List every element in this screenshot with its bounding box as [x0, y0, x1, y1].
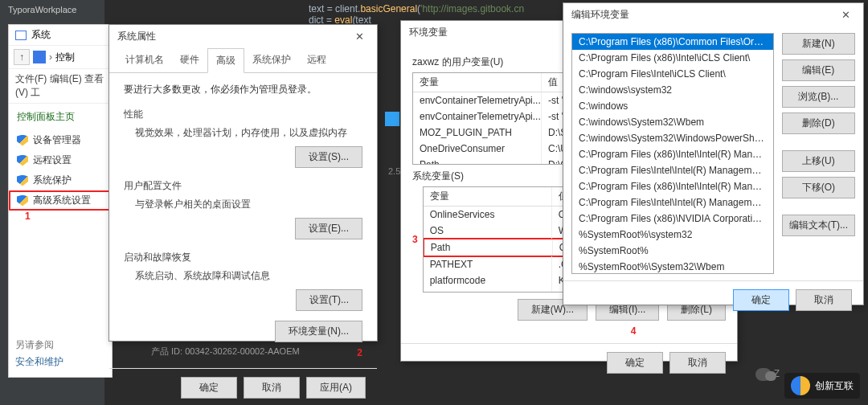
list-item[interactable]: C:\windows\System32\Wbem: [572, 114, 773, 130]
profile-settings-button[interactable]: 设置(E)...: [295, 218, 362, 239]
breadcrumb[interactable]: ↑ › 控制: [9, 46, 112, 69]
ok-button[interactable]: 确定: [607, 352, 663, 374]
delete-button[interactable]: 删除(D): [782, 112, 855, 134]
perf-settings-button[interactable]: 设置(S)...: [295, 146, 362, 168]
shield-icon: [17, 175, 28, 186]
cancel-button[interactable]: 取消: [796, 289, 852, 311]
startup-settings-button[interactable]: 设置(T)...: [296, 289, 362, 311]
system-properties-dialog: 系统属性✕ 计算机名 硬件 高级 系统保护 远程 要进行大多数更改，你必须作为管…: [108, 24, 378, 342]
explorer-menu[interactable]: 文件(F) 编辑(E) 查看(V) 工: [9, 69, 112, 104]
list-item[interactable]: C:\Program Files (x86)\NVIDIA Corporatio…: [572, 211, 773, 227]
shield-icon: [17, 155, 28, 166]
crumb-label[interactable]: 控制: [55, 51, 75, 64]
browse-button[interactable]: 浏览(B)...: [782, 86, 855, 108]
list-item[interactable]: C:\windows: [572, 98, 773, 114]
edit-button[interactable]: 编辑(E): [782, 59, 855, 81]
brand-icon: [791, 376, 810, 395]
sysprop-tabs: 计算机名 硬件 高级 系统保护 远程: [109, 48, 377, 73]
list-item[interactable]: C:\Program Files (x86)\Common Files\Orac…: [572, 34, 773, 50]
security-maint-link[interactable]: 安全和维护: [15, 352, 63, 369]
wechat-watermark: Z: [755, 368, 780, 381]
new-button[interactable]: 新建(N): [782, 33, 855, 55]
tab-remote[interactable]: 远程: [299, 48, 334, 72]
tab-hardware[interactable]: 硬件: [172, 48, 207, 72]
grp-startup: 启动和故障恢复: [124, 251, 362, 264]
list-item[interactable]: C:\Program Files\Intel\Intel(R) Manageme…: [572, 162, 773, 178]
admin-hint: 要进行大多数更改，你必须作为管理员登录。: [124, 83, 362, 101]
grp-userprofile: 用户配置文件: [124, 179, 362, 193]
list-item[interactable]: C:\Program Files\Intel\Intel(R) Manageme…: [572, 194, 773, 211]
brand-logo: 创新互联: [784, 373, 860, 399]
list-item[interactable]: %SystemRoot%\System32\Wbem: [572, 259, 773, 274]
cancel-button[interactable]: 取消: [669, 352, 726, 374]
annotation-1: 1: [9, 211, 112, 222]
ok-button[interactable]: 确定: [733, 289, 789, 311]
list-item[interactable]: C:\Program Files\Intel\iCLS Client\: [572, 66, 773, 82]
cp-item-protection[interactable]: 系统保护: [9, 170, 112, 190]
close-icon[interactable]: ✕: [350, 31, 369, 43]
annotation-3: 3: [412, 234, 418, 245]
list-item[interactable]: %SystemRoot%: [572, 243, 773, 259]
list-item[interactable]: C:\Program Files (x86)\Intel\Intel(R) Ma…: [572, 178, 773, 194]
dialog-title: 编辑环境变量: [571, 8, 629, 22]
dialog-title: 系统属性: [117, 30, 156, 43]
windows-icon: [385, 112, 399, 126]
path-list[interactable]: C:\Program Files (x86)\Common Files\Orac…: [571, 33, 774, 274]
tab-advanced[interactable]: 高级: [207, 48, 244, 73]
close-icon[interactable]: ✕: [837, 9, 855, 21]
control-panel-home[interactable]: 控制面板主页: [9, 104, 112, 130]
cp-item-advanced[interactable]: 高级系统设置: [9, 190, 112, 211]
cp-item-remote[interactable]: 远程设置: [9, 150, 112, 170]
list-item[interactable]: C:\windows\system32: [572, 82, 773, 98]
product-id: 产品 ID: 00342-30262-00002-AAOEM: [151, 346, 300, 358]
pc-icon: [33, 51, 46, 63]
annotation-4: 4: [541, 325, 726, 337]
dialog-title: 环境变量: [409, 26, 448, 39]
cp-item-device-manager[interactable]: 设备管理器: [9, 130, 112, 150]
tab-computer-name[interactable]: 计算机名: [117, 48, 172, 72]
apply-button[interactable]: 应用(A): [306, 377, 366, 399]
shield-icon: [17, 195, 28, 207]
project-name: TyporaWorkplace: [0, 0, 104, 19]
env-vars-button[interactable]: 环境变量(N)...: [275, 321, 362, 342]
grp-performance: 性能: [124, 108, 362, 121]
moveup-button[interactable]: 上移(U): [782, 150, 855, 172]
list-item[interactable]: C:\Program Files (x86)\Intel\iCLS Client…: [572, 50, 773, 66]
monitor-icon: [15, 31, 27, 40]
wechat-icon: [755, 368, 772, 381]
chevron-right-icon: ›: [49, 51, 52, 63]
cancel-button[interactable]: 取消: [244, 377, 300, 399]
list-item[interactable]: C:\windows\System32\WindowsPowerShell\v1…: [572, 130, 773, 146]
list-item[interactable]: C:\Program Files (x86)\Intel\Intel(R) Ma…: [572, 146, 773, 162]
tab-protection[interactable]: 系统保护: [244, 48, 299, 72]
cp-list: 设备管理器 远程设置 系统保护 高级系统设置: [9, 130, 112, 211]
shield-icon: [17, 135, 28, 146]
edit-text-button[interactable]: 编辑文本(T)...: [782, 215, 855, 236]
list-item[interactable]: %SystemRoot%\system32: [572, 227, 773, 243]
movedown-button[interactable]: 下移(O): [782, 177, 855, 198]
up-button[interactable]: ↑: [14, 49, 30, 65]
explorer-title: 系统: [9, 25, 112, 46]
ok-button[interactable]: 确定: [181, 377, 237, 399]
see-also-label: 另请参阅: [15, 338, 63, 352]
edit-env-dialog: 编辑环境变量✕ C:\Program Files (x86)\Common Fi…: [563, 2, 864, 305]
control-panel-window: 系统 ↑ › 控制 文件(F) 编辑(E) 查看(V) 工 控制面板主页 设备管…: [8, 24, 113, 378]
